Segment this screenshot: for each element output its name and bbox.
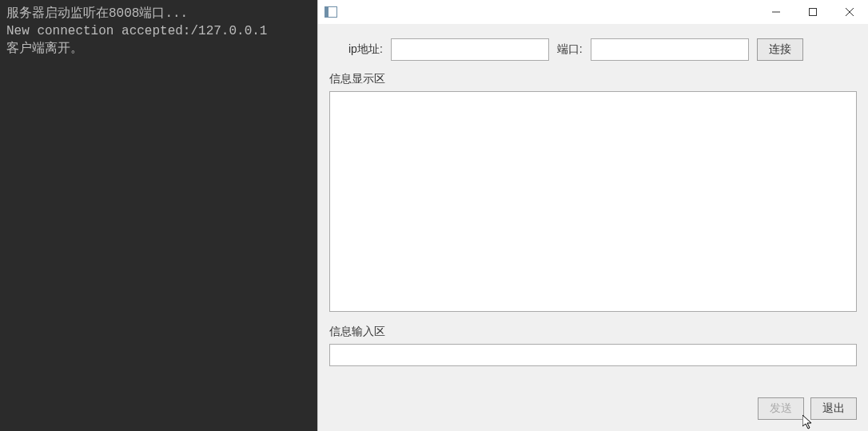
close-button[interactable] [831,0,868,24]
app-icon [325,6,337,18]
connect-button[interactable]: 连接 [757,38,803,61]
message-display-area[interactable] [329,91,857,312]
close-icon [846,8,854,16]
console-line: New connection accepted:/127.0.0.1 [6,24,267,38]
svg-rect-1 [810,9,817,16]
window-content: ip地址: 端口: 连接 信息显示区 信息输入区 发送 退出 [318,24,868,431]
input-area-label: 信息输入区 [329,325,857,339]
minimize-icon [772,8,780,16]
message-input[interactable] [329,344,857,366]
window-titlebar[interactable] [318,0,868,24]
minimize-button[interactable] [758,0,794,24]
maximize-button[interactable] [794,0,831,24]
exit-button[interactable]: 退出 [810,397,857,420]
ip-label: ip地址: [348,42,383,57]
action-buttons-row: 发送 退出 [329,397,857,421]
server-console: 服务器启动监听在8008端口... New connection accepte… [0,0,317,431]
maximize-icon [809,8,817,16]
display-area-label: 信息显示区 [329,72,857,86]
port-input[interactable] [591,38,749,61]
ip-input[interactable] [391,38,549,61]
window-controls [758,0,868,24]
client-window: ip地址: 端口: 连接 信息显示区 信息输入区 发送 退出 [317,0,868,431]
connection-row: ip地址: 端口: 连接 [348,38,857,61]
port-label: 端口: [557,42,583,57]
console-line: 服务器启动监听在8008端口... [6,6,188,21]
send-button[interactable]: 发送 [758,397,804,420]
console-line: 客户端离开。 [6,42,83,56]
